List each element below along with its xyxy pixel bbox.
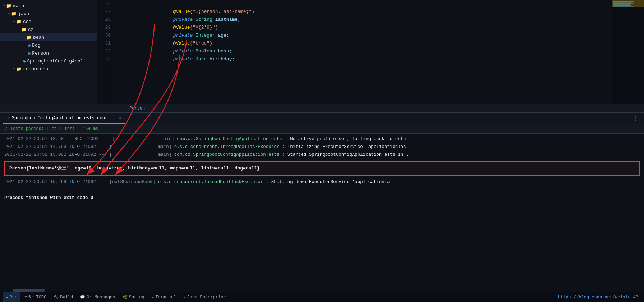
run-icon: ▶	[6, 295, 8, 299]
chevron-down-icon: ▾	[8, 11, 10, 16]
var-birthday: birthday;	[207, 56, 235, 62]
status-spring-button[interactable]: 🌿 Spring	[120, 292, 147, 302]
file-tree: ▾ 📁 main ▾ 📁 java ▾ 📁 com ▾ 📁 cz	[0, 0, 97, 104]
minimap	[612, 0, 644, 104]
status-messages-label: 0: Messages	[87, 295, 115, 300]
sidebar-item-label: java	[18, 11, 29, 17]
sidebar-item-person[interactable]: ◉ Person	[0, 49, 97, 57]
sidebar-item-label: Dog	[32, 43, 40, 48]
panel-tabs: ✓ SpringbootConfigApplicationTests.cont.…	[0, 113, 644, 124]
status-run-label: Run	[10, 295, 18, 300]
status-terminal-button[interactable]: ✉ Terminal	[149, 292, 179, 302]
var-age: age;	[215, 33, 229, 38]
breadcrumb: Person	[0, 104, 644, 112]
build-icon: 🔨	[54, 295, 59, 299]
sidebar-item-com[interactable]: ▾ 📁 com	[0, 18, 97, 25]
bottom-panel: ✓ SpringbootConfigApplicationTests.cont.…	[0, 112, 644, 292]
tab-label: SpringbootConfigApplicationTests.cont...	[12, 116, 115, 121]
folder-icon: 📁	[26, 35, 32, 40]
chevron-down-icon: ▾	[3, 4, 5, 8]
chevron-down-icon: ▾	[18, 27, 20, 32]
tab-close-button[interactable]: ×	[119, 116, 121, 120]
sidebar-item-springboot-main[interactable]: ◉ SpringbootConfigAppl	[0, 57, 97, 65]
console-output: 2021-02-22 20:51:13.50 INFO 21092 --- [ …	[0, 134, 644, 288]
status-build-label: Build	[60, 295, 73, 300]
sidebar-item-label: cz	[28, 27, 34, 32]
chevron-down-icon: ▾	[13, 19, 15, 24]
folder-icon: 📁	[6, 3, 12, 9]
status-terminal-label: Terminal	[155, 295, 176, 300]
spring-icon: 🌿	[123, 295, 128, 299]
test-passed-icon: ✓	[4, 126, 7, 132]
console-line: 2021-02-22 20:51:14.799 INFO 21092 --- […	[0, 143, 644, 151]
folder-icon: 📁	[11, 11, 17, 17]
folder-icon: 📁	[21, 27, 27, 32]
status-todo-label: 6: TODO	[28, 295, 46, 300]
chevron-down-icon: ▾	[23, 35, 25, 40]
code-content: @Value("${person.last-name}") private St…	[115, 0, 612, 104]
folder-icon: 📁	[16, 19, 22, 24]
console-line: 2021-02-22 20:51:15.082 INFO 21092 --- […	[0, 151, 644, 159]
chevron-right-icon: ▾	[13, 67, 15, 71]
status-build-button[interactable]: 🔨 Build	[51, 292, 76, 302]
sidebar-item-label: resources	[23, 66, 48, 72]
process-exit-line: Process finished with exit code 0	[0, 194, 644, 202]
panel-more-button[interactable]: ⋮	[630, 113, 641, 124]
console-line: 2021-02-22 20:51:15.269 INFO 21092 --- […	[0, 178, 644, 186]
highlighted-output: Person{lastName='张三', age=18, boss=true,…	[4, 161, 640, 176]
sidebar-item-cz[interactable]: ▾ 📁 cz	[0, 25, 97, 33]
javaee-icon: ☕	[183, 295, 186, 299]
test-icon: ✓	[7, 116, 10, 120]
test-status-bar: ✓ Tests passed: 1 of 1 test – 164 ms	[0, 124, 644, 134]
test-passed-text: Tests passed: 1 of 1 test – 164 ms	[10, 126, 98, 131]
terminal-icon: ✉	[152, 295, 154, 299]
status-url[interactable]: https://blog.csdn.net/weixin_43	[558, 295, 641, 300]
line-numbers: 26 27 28 29 30 31 32 33	[97, 0, 115, 104]
tab-springboot-tests[interactable]: ✓ SpringbootConfigApplicationTests.cont.…	[3, 113, 125, 124]
sidebar-item-label: main	[13, 3, 24, 9]
todo-icon: ≡	[24, 295, 27, 299]
messages-icon: 💬	[80, 295, 85, 299]
status-spring-label: Spring	[129, 295, 144, 300]
code-line-33: private Date birthday;	[118, 55, 612, 63]
status-javaee-button[interactable]: ☕ Java Enterprise	[180, 292, 229, 302]
sidebar-item-label: Person	[32, 51, 49, 56]
type-date: Date	[196, 56, 207, 62]
sidebar-item-dog[interactable]: ◉ Dog	[0, 41, 97, 49]
folder-icon: 📁	[16, 66, 22, 72]
file-icon: ◉	[23, 59, 26, 64]
editor-area: ▾ 📁 main ▾ 📁 java ▾ 📁 com ▾ 📁 cz	[0, 0, 644, 104]
keyword-private: private	[173, 56, 193, 62]
file-icon: ◉	[28, 43, 31, 48]
output-text: Person{lastName='张三', age=18, boss=true,…	[9, 166, 260, 171]
sidebar-item-resources[interactable]: ▾ 📁 resources	[0, 65, 97, 73]
sidebar-item-java[interactable]: ▾ 📁 java	[0, 10, 97, 18]
status-run-button[interactable]: ▶ Run	[3, 292, 20, 302]
breadcrumb-text: Person	[129, 106, 145, 111]
main-container: ▾ 📁 main ▾ 📁 java ▾ 📁 com ▾ 📁 cz	[0, 0, 644, 302]
console-line	[0, 186, 644, 194]
code-editor: 26 27 28 29 30 31 32 33 @Value("${person…	[97, 0, 644, 104]
status-todo-button[interactable]: ≡ 6: TODO	[22, 292, 49, 302]
sidebar-item-main[interactable]: ▾ 📁 main	[0, 2, 97, 10]
status-javaee-label: Java Enterprise	[187, 295, 226, 300]
sidebar-item-label: SpringbootConfigAppl	[27, 59, 83, 64]
horizontal-scrollbar[interactable]	[0, 288, 644, 292]
scroll-thumb[interactable]	[13, 289, 45, 292]
plain-text: )	[252, 9, 254, 14]
sidebar-item-label: com	[23, 19, 31, 24]
status-messages-button[interactable]: 💬 0: Messages	[77, 292, 118, 302]
sidebar-item-bean[interactable]: ▾ 📁 bean	[0, 33, 97, 41]
file-icon: ◉	[28, 51, 31, 56]
status-bar: ▶ Run ≡ 6: TODO 🔨 Build 💬 0: Messages 🌿 …	[0, 292, 644, 302]
console-line: 2021-02-22 20:51:13.50 INFO 21092 --- [ …	[0, 135, 644, 143]
sidebar-item-label: bean	[33, 35, 44, 40]
